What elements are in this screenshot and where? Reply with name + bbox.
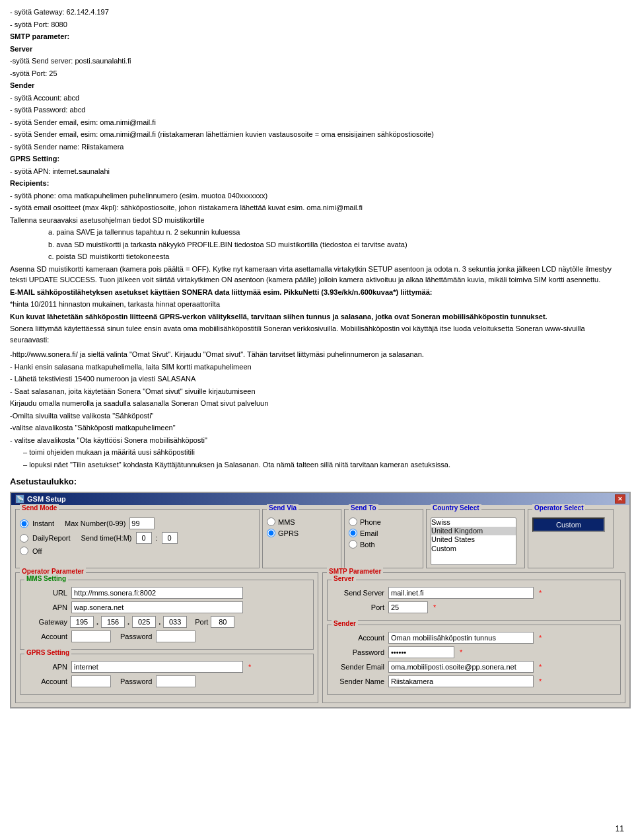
page-number: 11 <box>616 824 624 833</box>
dialog-body: Send Mode Instant Max Number(0-99) Daily… <box>11 505 629 707</box>
sender-name-row: Sender Name * <box>332 675 616 687</box>
step-7: - valitse alavalikosta "Ota käyttöösi So… <box>10 435 624 446</box>
sender-name-label: Sender Name <box>332 677 384 685</box>
maxnum-input[interactable] <box>129 517 155 529</box>
step-3: - Saat salasanan, joita käytetään Sonera… <box>10 386 624 397</box>
mms-setting-panel: MMS Setting URL APN Gateway . <box>20 580 314 650</box>
titlebar-left: 📡 GSM Setup <box>15 494 66 504</box>
country-option-us[interactable]: United States <box>431 535 516 544</box>
sender-account-input[interactable] <box>388 632 534 644</box>
sender-password-label: Password <box>332 648 384 656</box>
page-content: - syötä Gateway: 62.142.4.197 - syötä Po… <box>10 7 624 708</box>
account-input[interactable] <box>71 630 111 642</box>
step-2: - Lähetä tekstiviesti 15400 numeroon ja … <box>10 373 624 385</box>
country-option-swiss[interactable]: Swiss <box>431 518 516 527</box>
dialog-titlebar: 📡 GSM Setup ✕ <box>11 493 629 505</box>
para4: Sonera liittymää käytettäessä sinun tule… <box>10 323 624 345</box>
sender-account-row: Account * <box>332 632 616 644</box>
send-time-min[interactable] <box>162 532 178 544</box>
gw4-input[interactable] <box>163 616 187 628</box>
port-input[interactable] <box>211 616 234 628</box>
gw3-input[interactable] <box>132 616 156 628</box>
both-radio[interactable] <box>349 540 357 549</box>
sender-password-input[interactable] <box>388 646 454 658</box>
smtp-port-label: Port <box>332 603 384 611</box>
gprs-account-label: Account <box>24 677 67 685</box>
send-server-input[interactable] <box>388 587 534 599</box>
mms-radio[interactable] <box>267 517 275 526</box>
password-label: Password <box>120 632 152 640</box>
sender-email-row: Sender Email * <box>332 661 616 673</box>
step-4: Kirjaudu omalla numerolla ja saadulla sa… <box>10 398 624 409</box>
sender-account-label: Account <box>332 634 384 642</box>
both-label: Both <box>360 541 375 549</box>
dialog-icon: 📡 <box>15 494 24 504</box>
operator-select-panel: Operator Select Custom <box>528 509 614 568</box>
gprs-account-row: Account Password <box>24 675 309 687</box>
send-mode-panel: Send Mode Instant Max Number(0-99) Daily… <box>15 509 260 568</box>
send-server-req: * <box>539 589 542 597</box>
instant-row: Instant Max Number(0-99) <box>20 517 255 529</box>
off-row: Off <box>20 547 255 555</box>
country-option-uk[interactable]: United Kingdom <box>431 527 516 535</box>
sender-email-input[interactable] <box>388 661 534 673</box>
instant-radio[interactable] <box>20 519 28 528</box>
daily-report-label: DailyReport <box>32 534 70 542</box>
sender-email-label: Sender Email <box>332 663 384 671</box>
server-panel: Server Send Server * Port * <box>327 580 621 621</box>
gprs-radio[interactable] <box>267 529 275 537</box>
gw1-input[interactable] <box>70 616 94 628</box>
password-input[interactable] <box>156 630 195 642</box>
list-intro: a. paina SAVE ja tallennus tapahtuu n. 2… <box>10 227 624 238</box>
line-7: Sender <box>10 80 624 91</box>
step-5: -Omilta sivuilta valitse valikosta "Sähk… <box>10 410 624 422</box>
gprs-label: GPRS <box>278 529 299 537</box>
off-radio[interactable] <box>20 547 28 555</box>
gprs-account-input[interactable] <box>71 675 111 687</box>
sender-panel: Sender Account * Password * Sender <box>327 625 621 695</box>
email-radio[interactable] <box>349 529 357 537</box>
dot2: . <box>127 618 129 626</box>
sender-email-req: * <box>539 663 542 671</box>
gprs-setting-title: GPRS Setting <box>24 649 71 656</box>
send-time-hour[interactable] <box>136 532 152 544</box>
account-label: Account <box>24 632 67 640</box>
country-listbox[interactable]: Swiss United Kingdom United States Custo… <box>431 517 516 565</box>
operator-select-title: Operator Select <box>532 504 585 512</box>
close-button[interactable]: ✕ <box>615 494 625 504</box>
instructions-block: - syötä Gateway: 62.142.4.197 - syötä Po… <box>10 7 624 345</box>
line-10: - syötä Sender email, esim: oma.nimi@mai… <box>10 117 624 128</box>
line-14: Recipients: <box>10 178 624 189</box>
gw2-input[interactable] <box>101 616 125 628</box>
time-sep: : <box>156 534 158 542</box>
daily-report-row: DailyReport Send time(H:M) : <box>20 532 255 544</box>
send-to-title: Send To <box>349 504 378 512</box>
country-select-panel: Country Select Swiss United Kingdom Unit… <box>426 509 525 568</box>
top-row: Send Mode Instant Max Number(0-99) Daily… <box>15 509 625 568</box>
line-3: SMTP parameter: <box>10 31 624 42</box>
maxnum-label: Max Number(0-99) <box>65 519 125 527</box>
send-to-panel: Send To Phone Email Both <box>344 509 423 568</box>
gprs-apn-input[interactable] <box>71 661 243 673</box>
send-mode-title: Send Mode <box>20 504 59 512</box>
smtp-port-input[interactable] <box>388 601 428 613</box>
email-label: Email <box>360 529 378 537</box>
list-item-c: c. poista SD muistikortti tietokoneesta <box>10 251 624 262</box>
both-row: Both <box>349 540 419 549</box>
line-16: - syötä email osoitteet (max 4kpl): sähk… <box>10 202 624 213</box>
step-8: – toimi ohjeiden mukaan ja määritä uusi … <box>23 447 624 458</box>
apn-input[interactable] <box>71 601 243 613</box>
daily-report-radio[interactable] <box>20 534 28 543</box>
line-2: - syötä Port: 8080 <box>10 19 624 30</box>
line-13: - syötä APN: internet.saunalahi <box>10 166 624 177</box>
url-input[interactable] <box>71 587 243 599</box>
gateway-row: Gateway . . . Port <box>24 616 309 628</box>
email-row: Email <box>349 529 419 537</box>
line-9: - syötä Password: abcd <box>10 104 624 116</box>
gprs-password-input[interactable] <box>156 675 195 687</box>
phone-radio[interactable] <box>349 517 357 526</box>
operator-custom-button[interactable]: Custom <box>532 517 605 532</box>
sender-name-input[interactable] <box>388 675 534 687</box>
country-option-custom[interactable]: Custom <box>431 545 516 553</box>
email-title: E-MAIL sähköpostilähetyksen asetukset kä… <box>10 287 624 298</box>
